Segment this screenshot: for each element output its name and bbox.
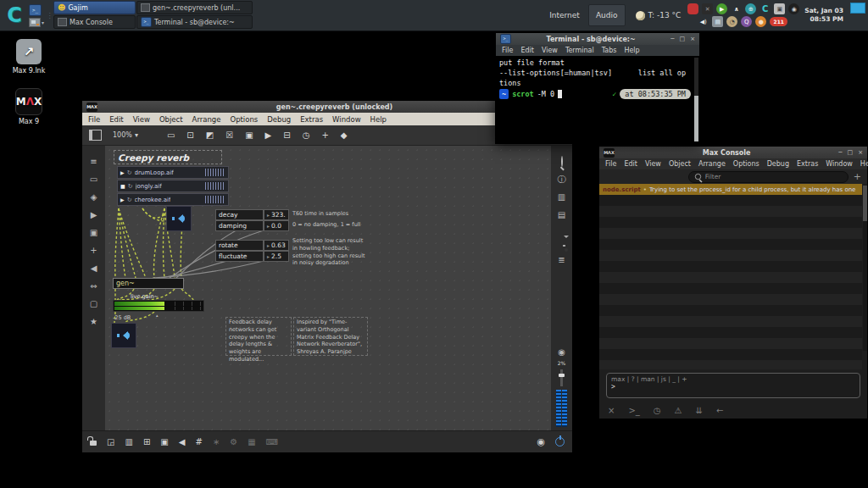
menu-item[interactable]: Tabs	[602, 47, 617, 54]
new-toggle-icon[interactable]: ☒	[225, 131, 233, 140]
audio-power-icon[interactable]	[555, 437, 565, 446]
menu-item[interactable]: Help	[370, 115, 387, 124]
duplicate-icon[interactable]: ▣	[160, 437, 168, 446]
grid-toggle-icon[interactable]: #	[195, 437, 202, 446]
search-icon[interactable]	[561, 158, 563, 166]
media-frame-icon[interactable]: ▣	[90, 229, 97, 237]
terminal-titlebar[interactable]: >_ Terminal - sb@device:~ ─ □ ×	[496, 33, 699, 45]
new-button-icon[interactable]: ▣	[245, 131, 253, 140]
zoom-control[interactable]: 100% ▾	[113, 131, 138, 139]
loop-icon[interactable]: ↻	[128, 183, 133, 190]
clock-pie-tray-icon[interactable]: ◔	[726, 16, 737, 27]
unlock-icon[interactable]	[90, 441, 97, 446]
display-tray-icon[interactable]: ▤	[712, 16, 723, 27]
patcher-canvas[interactable]: Creepy reverb ▶ ↻ drumLoop.aif ■ ↻ jongl…	[105, 146, 551, 430]
param-rotate[interactable]: rotate	[215, 240, 264, 251]
minimize-button[interactable]: ─	[670, 36, 674, 42]
network-globe-tray-icon[interactable]: ⊕	[745, 3, 756, 14]
param-fluctuate[interactable]: fluctuate	[215, 251, 264, 262]
paint-mode-icon[interactable]: ◆	[341, 131, 348, 140]
number-box-fluctuate[interactable]: ▸ 2.5	[264, 251, 289, 262]
menu-item[interactable]: Debug	[267, 115, 291, 124]
playlist-row[interactable]: ■ ↻ jongly.aif	[117, 180, 229, 192]
transport-icon[interactable]: ▶	[120, 197, 125, 202]
record-icon[interactable]: ◉	[558, 348, 565, 357]
new-playbar-icon[interactable]: ▶	[265, 131, 272, 140]
play-circle-icon[interactable]: ◉	[537, 436, 545, 447]
chakra-tray-icon[interactable]: C	[760, 3, 771, 14]
menu-item[interactable]: Window	[826, 160, 853, 168]
menu-item[interactable]: Edit	[109, 115, 123, 124]
audio-plug-icon[interactable]: ◈	[91, 193, 97, 202]
maximize-button[interactable]: □	[848, 149, 854, 156]
select-tool-icon[interactable]: ◲	[107, 437, 114, 446]
back-icon[interactable]: ←	[716, 406, 723, 415]
new-slider-icon[interactable]: ⊟	[283, 131, 290, 140]
shortcuts-icon[interactable]: ⌨	[266, 437, 278, 446]
presentation-mode-icon[interactable]: ⊞	[143, 437, 150, 446]
number-box-damping[interactable]: ▸ 0.0	[264, 220, 289, 231]
microphone-tray-icon[interactable]	[687, 3, 698, 14]
ball-tray-icon[interactable]: ●	[755, 16, 766, 27]
live-gain-slider[interactable]	[113, 300, 204, 312]
filter-input[interactable]: Filter	[688, 171, 849, 183]
clear-console-icon[interactable]: ×	[608, 406, 615, 415]
audio-io-icon[interactable]: ◀	[179, 437, 186, 446]
attachment-icon[interactable]: +	[90, 247, 97, 255]
new-view-icon[interactable]: ▥	[125, 437, 132, 446]
playlist-row[interactable]: ▶ ↻ cherokee.aif	[117, 193, 229, 206]
transport-icon[interactable]: ■	[120, 183, 125, 189]
object-palette-icon[interactable]: ▭	[90, 175, 97, 184]
menu-item[interactable]: View	[542, 47, 558, 54]
log-warning-row[interactable]: node.script • Trying to set the process_…	[599, 184, 862, 195]
video-tray-icon[interactable]: ✕	[702, 3, 713, 14]
add-icon[interactable]: +	[854, 171, 861, 182]
warnings-icon[interactable]: ⚠	[675, 406, 682, 415]
max-explorer-icon[interactable]: ▤	[558, 211, 565, 219]
menu-item[interactable]: View	[133, 115, 150, 124]
desktop-icon-max9[interactable]: MΛX Max 9	[2, 88, 56, 125]
plug-icon[interactable]: ◀	[91, 264, 97, 273]
number-box-rotate[interactable]: ▸ 0.63	[264, 240, 289, 251]
quassel-tray-icon[interactable]: Q	[741, 16, 752, 27]
param-decay[interactable]: decay	[215, 209, 264, 220]
terminal-launcher-icon[interactable]: >_	[29, 4, 42, 16]
playbar-sidebar-icon[interactable]: ▶	[91, 211, 97, 219]
patcher-menu-icon[interactable]: ≡	[90, 158, 97, 166]
menu-item[interactable]: Edit	[624, 160, 637, 168]
notification-badge[interactable]: 211	[770, 17, 787, 26]
menu-item[interactable]: Options	[230, 115, 258, 124]
inspector-icon[interactable]: ⓘ	[558, 175, 566, 184]
new-metro-icon[interactable]: ◷	[303, 131, 310, 140]
desktop-icon-max9-shortcut[interactable]: ↗ Max 9.lnk	[2, 39, 56, 75]
shell-prompt-icon[interactable]: >_	[628, 406, 639, 415]
mixer-icon[interactable]: ≣	[558, 256, 565, 264]
show-desktop-button[interactable]	[850, 3, 865, 14]
transport-icon[interactable]: ▶	[120, 169, 125, 175]
task-button-terminal[interactable]: >_ Terminal - sb@device:~	[136, 15, 253, 29]
spiral-tray-icon[interactable]: ◉	[788, 3, 799, 14]
task-button-max-console[interactable]: Max Console	[53, 15, 136, 29]
menu-item[interactable]: Edit	[520, 47, 534, 54]
console-log[interactable]: node.script • Trying to set the process_…	[599, 184, 862, 369]
menu-item[interactable]: Help	[624, 47, 639, 54]
param-damping[interactable]: damping	[215, 220, 264, 231]
minimize-button[interactable]: ─	[838, 149, 842, 156]
menu-item[interactable]: Extras	[300, 115, 323, 124]
tools-icon[interactable]: ⚙	[230, 437, 237, 446]
display-launcher[interactable]: ▾	[29, 18, 44, 27]
menu-item[interactable]: Object	[159, 115, 183, 124]
autoscroll-icon[interactable]: ⇊	[695, 406, 702, 415]
add-object-icon[interactable]: +	[321, 131, 328, 140]
piano-icon[interactable]: ▦	[248, 437, 255, 446]
arch-tray-icon[interactable]: ∧	[731, 3, 742, 14]
reference-icon[interactable]: ▥	[558, 193, 565, 202]
loop-icon[interactable]: ↻	[127, 169, 132, 176]
console-titlebar[interactable]: MΛX Max Console ─ □ ×	[599, 147, 867, 158]
new-message-icon[interactable]: ⊡	[186, 131, 193, 140]
preview-speaker-button[interactable]	[166, 206, 192, 231]
console-input-tabs[interactable]: max | ? | man | js | _ | +	[611, 375, 855, 383]
comment-feedback[interactable]: Feedback delay networks can get creepy w…	[225, 317, 292, 356]
audio-label[interactable]: Audio	[588, 4, 626, 26]
chakra-menu-icon[interactable]: C	[0, 0, 29, 30]
